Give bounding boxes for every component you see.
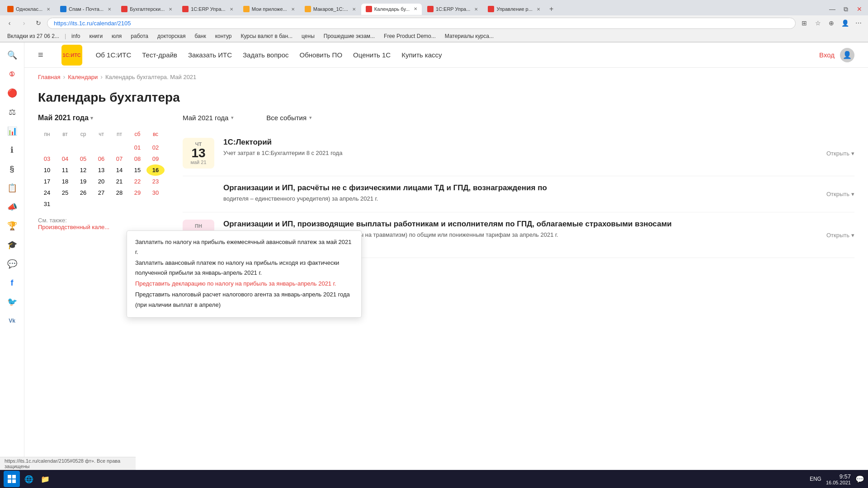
cal-day-05[interactable]: 05 xyxy=(74,153,92,164)
reload-button[interactable]: ↻ xyxy=(33,17,44,29)
cal-day-27[interactable]: 27 xyxy=(92,187,110,198)
tab-buhgalteria[interactable]: Бухгалтерски... ✕ xyxy=(117,4,177,14)
cal-day-30[interactable]: 30 xyxy=(146,187,165,198)
graduation-icon[interactable]: 🎓 xyxy=(4,237,20,253)
cal-day-03[interactable]: 03 xyxy=(38,153,56,164)
nav-test[interactable]: Тест-драйв xyxy=(142,51,177,59)
cal-day-13[interactable]: 13 xyxy=(92,164,110,176)
nav-ask[interactable]: Задать вопрос xyxy=(243,51,288,59)
tab-erp2[interactable]: 1С:ERP Упра... ✕ xyxy=(423,4,482,14)
cal-day-18[interactable]: 18 xyxy=(56,176,74,187)
bm-tabs[interactable]: Вкладки из 27 06 2... xyxy=(4,32,63,40)
cal-day-25[interactable]: 25 xyxy=(56,187,74,198)
info-icon[interactable]: ℹ xyxy=(4,142,20,158)
cal-day-14[interactable]: 14 xyxy=(110,164,128,176)
tab-erp1[interactable]: 1С:ERP Упра... ✕ xyxy=(178,4,237,14)
chart-icon[interactable]: 📊 xyxy=(4,123,20,139)
breadcrumb-calendars[interactable]: Календари xyxy=(68,74,98,80)
bm-kontur[interactable]: контур xyxy=(212,32,236,40)
cal-day-21[interactable]: 21 xyxy=(110,176,128,187)
address-input[interactable]: https://its.1c.ru/calendar/2105 xyxy=(47,18,796,29)
cal-day-01[interactable]: 01 xyxy=(128,142,146,153)
bm-knigi[interactable]: книги xyxy=(85,32,106,40)
nav-kassa[interactable]: Купить кассу xyxy=(401,51,442,59)
cal-day-15[interactable]: 15 xyxy=(128,164,146,176)
cal-day-28[interactable]: 28 xyxy=(110,187,128,198)
cal-day-12[interactable]: 12 xyxy=(74,164,92,176)
bm-kursy[interactable]: Курсы валют в бан... xyxy=(237,32,297,40)
tab-management[interactable]: Управление р... ✕ xyxy=(483,4,545,14)
cal-day-16[interactable]: 16 xyxy=(146,164,165,176)
restore-button[interactable]: ⧉ xyxy=(840,3,852,15)
bm-ekzam[interactable]: Прошедшие экзам... xyxy=(320,32,378,40)
bm-materialy[interactable]: Материалы курса... xyxy=(441,32,497,40)
vk-icon[interactable]: Vk xyxy=(4,313,20,329)
bm-bank[interactable]: банк xyxy=(191,32,209,40)
event-open-partial[interactable]: Открыть ▾ xyxy=(826,191,854,197)
cal-day-11[interactable]: 11 xyxy=(56,164,74,176)
search-icon[interactable]: 🔍 xyxy=(4,47,20,63)
bm-rabota[interactable]: работа xyxy=(127,32,152,40)
cal-day-24[interactable]: 24 xyxy=(38,187,56,198)
event-open-lektoriy[interactable]: Открыть ▾ xyxy=(826,150,854,157)
tab-mail[interactable]: Спам - Почта... ✕ xyxy=(56,4,116,14)
event-open-vznosy[interactable]: Открыть ▾ xyxy=(826,232,854,239)
new-tab-button[interactable]: + xyxy=(546,3,557,15)
scale-icon[interactable]: ⚖ xyxy=(4,104,20,120)
cal-day-26[interactable]: 26 xyxy=(74,187,92,198)
trophy-icon[interactable]: 🏆 xyxy=(4,218,20,234)
tab-apps[interactable]: Мои приложе... ✕ xyxy=(239,4,299,14)
close-button[interactable]: ✕ xyxy=(854,3,865,15)
more-button[interactable]: ⋯ xyxy=(853,17,864,29)
favorites-button[interactable]: ☆ xyxy=(812,17,824,29)
start-button[interactable] xyxy=(4,471,20,472)
facebook-icon[interactable]: f xyxy=(4,275,20,291)
chat-icon[interactable]: 💬 xyxy=(4,256,20,272)
tab-makarov[interactable]: Макаров_1С:... ✕ xyxy=(300,4,360,14)
login-button[interactable]: Вход xyxy=(819,51,835,59)
production-calendar-link[interactable]: Производственный кале... xyxy=(38,224,109,230)
nav-rate[interactable]: Оценить 1С xyxy=(353,51,391,59)
cal-day-20[interactable]: 20 xyxy=(92,176,110,187)
minimize-button[interactable]: — xyxy=(826,3,838,15)
doc-icon[interactable]: 📋 xyxy=(4,180,20,196)
extensions-button[interactable]: ⊞ xyxy=(798,17,810,29)
hamburger-button[interactable]: ≡ xyxy=(38,50,43,60)
cal-day-04[interactable]: 04 xyxy=(56,153,74,164)
tab-odnoklassniki[interactable]: Одноклас... ✕ xyxy=(3,4,55,14)
breadcrumb-home[interactable]: Главная xyxy=(38,74,60,80)
cal-day-08[interactable]: 08 xyxy=(128,153,146,164)
nav-update[interactable]: Обновить ПО xyxy=(300,51,343,59)
cal-day-23[interactable]: 23 xyxy=(146,176,165,187)
nav-about[interactable]: Об 1С:ИТС xyxy=(96,51,132,59)
user-avatar[interactable]: 👤 xyxy=(840,48,854,62)
paragraph-icon[interactable]: § xyxy=(4,161,20,177)
cal-day-17[interactable]: 17 xyxy=(38,176,56,187)
cal-day-29[interactable]: 29 xyxy=(128,187,146,198)
bm-tseny[interactable]: цены xyxy=(298,32,318,40)
cal-day-06[interactable]: 06 xyxy=(92,153,110,164)
tab-calendar[interactable]: Календарь бу... ✕ xyxy=(361,4,422,15)
profile-button[interactable]: 👤 xyxy=(839,17,851,29)
bm-info[interactable]: info xyxy=(68,32,84,40)
bm-doktor[interactable]: докторская xyxy=(154,32,189,40)
month-filter-button[interactable]: Май 2021 года ▾ xyxy=(183,114,234,122)
megaphone-icon[interactable]: 📣 xyxy=(4,199,20,215)
cal-day-31[interactable]: 31 xyxy=(38,198,56,210)
cal-day-19[interactable]: 19 xyxy=(74,176,92,187)
calendar-month-button[interactable]: Май 2021 года ▾ xyxy=(38,114,93,122)
twitter-icon[interactable]: 🐦 xyxy=(4,294,20,310)
cal-day-09[interactable]: 09 xyxy=(146,153,165,164)
forward-button[interactable]: › xyxy=(18,17,30,29)
nav-order[interactable]: Заказать ИТС xyxy=(188,51,232,59)
collection-button[interactable]: ⊕ xyxy=(826,17,837,29)
cal-day-02[interactable]: 02 xyxy=(146,142,165,153)
bm-demo[interactable]: Free Product Demo... xyxy=(380,32,439,40)
cal-day-07[interactable]: 07 xyxy=(110,153,128,164)
events-filter-button[interactable]: Все события ▾ xyxy=(266,114,312,122)
onec-icon[interactable]: ① xyxy=(4,66,20,82)
cal-day-22[interactable]: 22 xyxy=(128,176,146,187)
cal-day-10[interactable]: 10 xyxy=(38,164,56,176)
bm-yulia[interactable]: юля xyxy=(108,32,125,40)
back-button[interactable]: ‹ xyxy=(4,17,15,29)
